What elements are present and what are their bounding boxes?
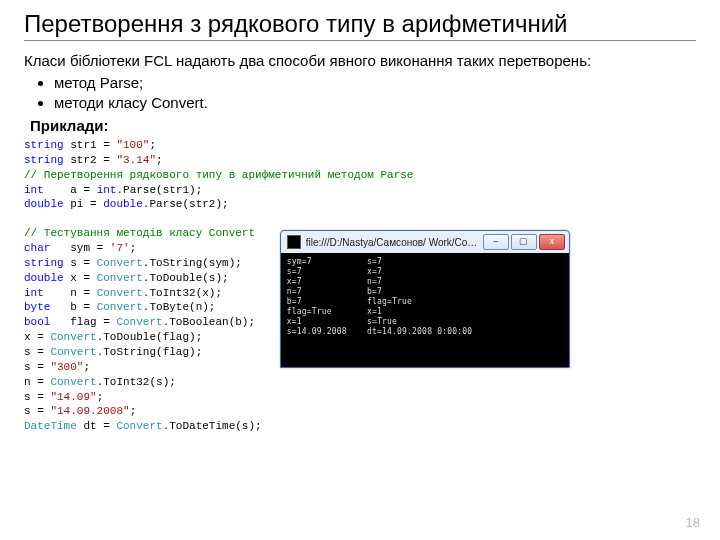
examples-label: Приклади: bbox=[30, 117, 696, 134]
maximize-button[interactable]: ▢ bbox=[511, 234, 537, 250]
slide-title: Перетворення з рядкового типу в арифмети… bbox=[24, 10, 696, 41]
console-window: file:///D:/Nastya/Самсонов/ Work/Console… bbox=[280, 230, 570, 434]
window-title: file:///D:/Nastya/Самсонов/ Work/Console… bbox=[306, 237, 481, 248]
bullet-item: метод Parse; bbox=[54, 73, 696, 93]
code-block-parse: string str1 = "100"; string str2 = "3.14… bbox=[24, 138, 696, 212]
bullet-item: методи класу Convert. bbox=[54, 93, 696, 113]
intro-text: Класи бібліотеки FCL надають два способи… bbox=[24, 51, 696, 71]
page-number: 18 bbox=[686, 515, 700, 530]
bullet-list: метод Parse; методи класу Convert. bbox=[24, 73, 696, 114]
close-button[interactable]: x bbox=[539, 234, 565, 250]
app-icon bbox=[287, 235, 301, 249]
code-block-convert: // Тестування методів класу Convert char… bbox=[24, 226, 262, 434]
minimize-button[interactable]: – bbox=[483, 234, 509, 250]
window-titlebar: file:///D:/Nastya/Самсонов/ Work/Console… bbox=[281, 231, 569, 253]
console-output: sym=7 s=7 s=7 x=7 x=7 n=7 n=7 b=7 b=7 fl… bbox=[281, 253, 569, 367]
